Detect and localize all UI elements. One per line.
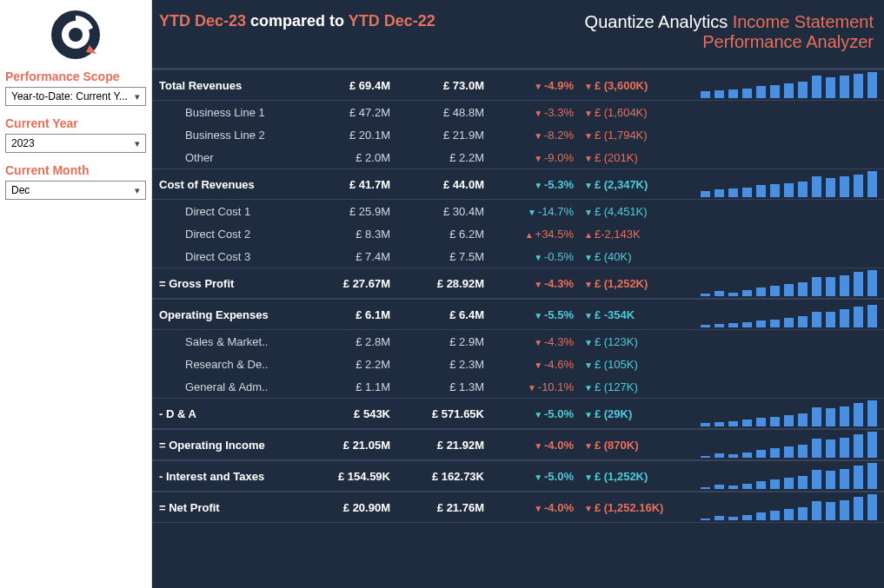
- trend-sparkline: [675, 463, 884, 489]
- current-value: £ 69.4M: [316, 79, 402, 92]
- current-value: £ 2.8M: [316, 335, 402, 348]
- abs-change: £ (127K): [579, 380, 675, 393]
- abs-change: £ (1,252K): [579, 277, 675, 290]
- prior-value: £ 21.76M: [402, 501, 496, 514]
- trend-sparkline: [675, 301, 884, 327]
- detail-row[interactable]: Research & De..£ 2.2M£ 2.3M-4.6%£ (105K): [152, 353, 884, 375]
- abs-change: £ (1,604K): [579, 106, 675, 119]
- current-value: £ 8.3M: [316, 228, 402, 241]
- current-value: £ 20.90M: [316, 501, 402, 514]
- compare-word: compared to: [246, 12, 349, 30]
- prior-value: £ 73.0M: [402, 79, 496, 92]
- prior-value: £ 2.3M: [402, 358, 496, 371]
- row-name: Business Line 2: [159, 129, 316, 142]
- prior-value: £ 7.5M: [402, 250, 496, 263]
- current-value: £ 25.9M: [316, 205, 402, 218]
- pct-change: -5.3%: [496, 178, 579, 191]
- pct-change: -8.2%: [496, 129, 579, 142]
- row-name: Business Line 1: [159, 106, 316, 119]
- prior-value: £ 21.92M: [402, 439, 496, 452]
- summary-row[interactable]: - D & A£ 543K£ 571.65K-5.0%£ (29K): [152, 398, 884, 429]
- summary-row[interactable]: Cost of Revenues£ 41.7M£ 44.0M-5.3%£ (2,…: [152, 168, 884, 200]
- abs-change: £ (123K): [579, 335, 675, 348]
- row-name: - Interest and Taxes: [159, 470, 316, 483]
- month-value: Dec: [11, 184, 30, 196]
- app-logo: [5, 5, 146, 69]
- detail-row[interactable]: Business Line 1£ 47.2M£ 48.8M-3.3%£ (1,6…: [152, 101, 884, 123]
- summary-row[interactable]: Operating Expenses£ 6.1M£ 6.4M-5.5%£ -35…: [152, 299, 884, 330]
- trend-sparkline: [675, 494, 884, 520]
- prior-value: £ 30.4M: [402, 205, 496, 218]
- month-dropdown[interactable]: Dec: [5, 181, 146, 200]
- abs-change: £ (105K): [579, 358, 675, 371]
- prior-value: £ 6.2M: [402, 228, 496, 241]
- pct-change: -9.0%: [496, 151, 579, 164]
- scope-label: Performance Scope: [5, 69, 146, 83]
- header-right: Quantize Analytics Income Statement Perf…: [585, 12, 874, 52]
- row-name: Total Revenues: [159, 79, 316, 92]
- detail-row[interactable]: Direct Cost 1£ 25.9M£ 30.4M-14.7%£ (4,45…: [152, 200, 884, 222]
- pct-change: -4.3%: [496, 335, 579, 348]
- prior-value: £ 1.3M: [402, 380, 496, 393]
- row-name: General & Adm..: [159, 380, 316, 393]
- pct-change: -4.6%: [496, 358, 579, 371]
- current-value: £ 2.0M: [316, 151, 402, 164]
- trend-sparkline: [675, 171, 884, 197]
- prior-value: £ 571.65K: [402, 407, 496, 420]
- row-name: Operating Expenses: [159, 308, 316, 321]
- pct-change: -3.3%: [496, 106, 579, 119]
- prior-value: £ 6.4M: [402, 308, 496, 321]
- row-name: Research & De..: [159, 358, 316, 371]
- detail-row[interactable]: Business Line 2£ 20.1M£ 21.9M-8.2%£ (1,7…: [152, 123, 884, 146]
- row-name: Direct Cost 2: [159, 228, 316, 241]
- pct-change: -10.1%: [496, 380, 579, 393]
- title-a: Income Statement: [733, 12, 874, 31]
- current-value: £ 27.67M: [316, 277, 402, 290]
- month-label: Current Month: [5, 163, 146, 177]
- year-value: 2023: [11, 137, 35, 149]
- svg-point-1: [69, 28, 83, 42]
- abs-change: £ (1,252.16K): [579, 501, 675, 514]
- trend-sparkline: [675, 400, 884, 426]
- scope-dropdown[interactable]: Year-to-Date: Current Y...: [5, 87, 146, 106]
- main-panel: YTD Dec-23 compared to YTD Dec-22 Quanti…: [152, 0, 884, 588]
- current-value: £ 154.59K: [316, 470, 402, 483]
- current-value: £ 47.2M: [316, 106, 402, 119]
- chevron-down-icon: [135, 137, 140, 149]
- summary-row[interactable]: - Interest and Taxes£ 154.59K£ 162.73K-5…: [152, 460, 884, 492]
- detail-row[interactable]: General & Adm..£ 1.1M£ 1.3M-10.1%£ (127K…: [152, 375, 884, 398]
- detail-row[interactable]: Direct Cost 2£ 8.3M£ 6.2M+34.5%£-2,143K: [152, 222, 884, 245]
- trend-sparkline: [675, 270, 884, 296]
- row-name: Other: [159, 151, 316, 164]
- abs-change: £ (1,252K): [579, 470, 675, 483]
- scope-value: Year-to-Date: Current Y...: [11, 90, 128, 102]
- row-name: = Operating Income: [159, 439, 316, 452]
- detail-row[interactable]: Direct Cost 3£ 7.4M£ 7.5M-0.5%£ (40K): [152, 245, 884, 268]
- pct-change: -4.9%: [496, 79, 579, 92]
- summary-row[interactable]: = Gross Profit£ 27.67M£ 28.92M-4.3%£ (1,…: [152, 268, 884, 299]
- detail-row[interactable]: Other£ 2.0M£ 2.2M-9.0%£ (201K): [152, 146, 884, 168]
- abs-change: £ (40K): [579, 250, 675, 263]
- pct-change: -5.0%: [496, 470, 579, 483]
- prior-value: £ 162.73K: [402, 470, 496, 483]
- chevron-down-icon: [135, 90, 140, 102]
- row-name: = Net Profit: [159, 501, 316, 514]
- current-value: £ 20.1M: [316, 129, 402, 142]
- summary-row[interactable]: Total Revenues£ 69.4M£ 73.0M-4.9%£ (3,60…: [152, 69, 884, 101]
- current-period: YTD Dec-23: [159, 12, 246, 30]
- detail-row[interactable]: Sales & Market..£ 2.8M£ 2.9M-4.3%£ (123K…: [152, 330, 884, 353]
- prior-value: £ 2.9M: [402, 335, 496, 348]
- prior-value: £ 44.0M: [402, 178, 496, 191]
- pct-change: -5.0%: [496, 407, 579, 420]
- summary-row[interactable]: = Net Profit£ 20.90M£ 21.76M-4.0%£ (1,25…: [152, 492, 884, 523]
- row-name: Direct Cost 3: [159, 250, 316, 263]
- summary-row[interactable]: = Operating Income£ 21.05M£ 21.92M-4.0%£…: [152, 429, 884, 460]
- pct-change: -4.0%: [496, 501, 579, 514]
- pct-change: -5.5%: [496, 308, 579, 321]
- year-dropdown[interactable]: 2023: [5, 134, 146, 153]
- current-value: £ 7.4M: [316, 250, 402, 263]
- pct-change: -4.0%: [496, 439, 579, 452]
- abs-change: £ (29K): [579, 407, 675, 420]
- trend-sparkline: [675, 72, 884, 98]
- prior-value: £ 28.92M: [402, 277, 496, 290]
